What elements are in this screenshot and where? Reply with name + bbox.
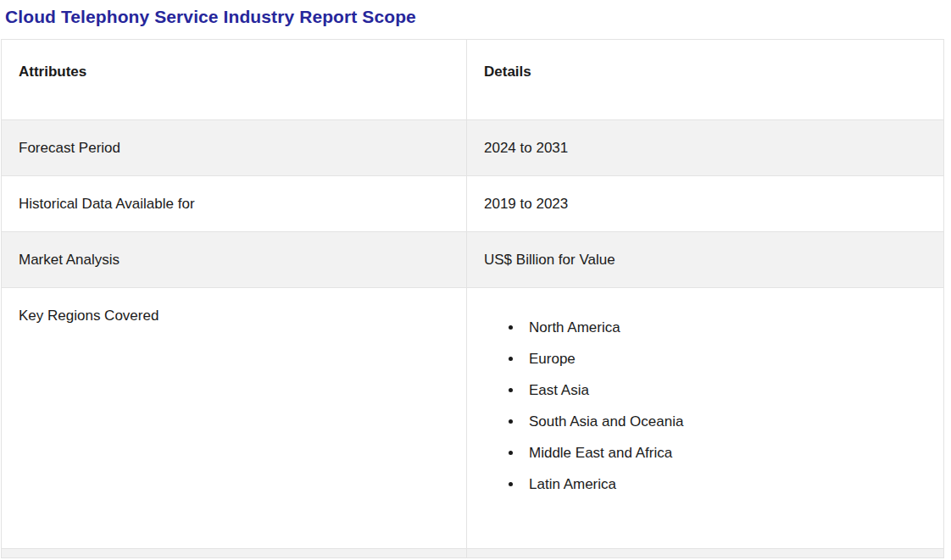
table-header-row: Attributes Details <box>2 40 944 120</box>
cell-attribute: Key Regions Covered <box>2 288 467 549</box>
key-regions-list: North America Europe East Asia South Asi… <box>484 319 926 493</box>
list-item: East Asia <box>523 382 926 399</box>
page-title: Cloud Telephony Service Industry Report … <box>5 7 951 27</box>
list-item: Latin America <box>523 476 926 493</box>
header-details: Details <box>467 40 944 120</box>
cell-details: 2024 to 2031 <box>467 120 944 176</box>
list-item: Middle East and Africa <box>523 445 926 462</box>
cell-details: US$ Billion for Value <box>467 232 944 288</box>
table-row-market-analysis: Market Analysis US$ Billion for Value <box>2 232 944 288</box>
header-attributes: Attributes <box>2 40 467 120</box>
table-row-partial <box>2 549 944 558</box>
page: Cloud Telephony Service Industry Report … <box>0 0 951 558</box>
list-item: North America <box>523 319 926 336</box>
list-item: Europe <box>523 351 926 368</box>
cell-details: North America Europe East Asia South Asi… <box>467 288 944 549</box>
table-row-forecast-period: Forecast Period 2024 to 2031 <box>2 120 944 176</box>
cell-details <box>467 549 944 558</box>
cell-details: 2019 to 2023 <box>467 176 944 232</box>
cell-attribute: Historical Data Available for <box>2 176 467 232</box>
list-item: South Asia and Oceania <box>523 413 926 430</box>
table-row-historical-data: Historical Data Available for 2019 to 20… <box>2 176 944 232</box>
cell-attribute: Market Analysis <box>2 232 467 288</box>
cell-attribute <box>2 549 467 558</box>
table-row-key-regions: Key Regions Covered North America Europe… <box>2 288 944 549</box>
report-scope-table: Attributes Details Forecast Period 2024 … <box>1 39 944 558</box>
cell-attribute: Forecast Period <box>2 120 467 176</box>
